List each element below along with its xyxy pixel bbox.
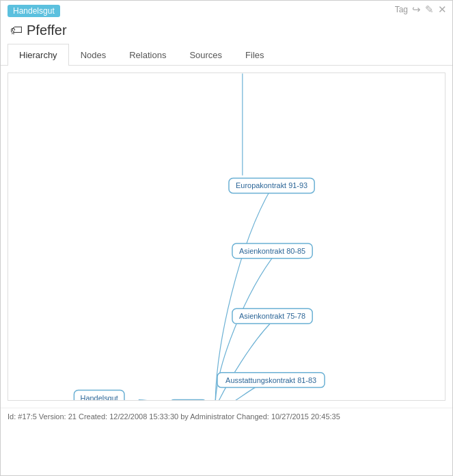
node-asien7578[interactable]: Asienkontrakt 75-78 [232, 308, 312, 323]
content-area: Handelsgut Pfeffer Europakontrakt 91-93 … [1, 66, 452, 408]
tab-bar: Hierarchy Nodes Relations Sources Files [1, 44, 452, 66]
tag-badge[interactable]: Handelsgut [8, 5, 60, 17]
tag-label: Tag [395, 5, 408, 14]
svg-text:Europakontrakt 91-93: Europakontrakt 91-93 [236, 181, 307, 189]
svg-text:Handelsgut: Handelsgut [81, 394, 118, 400]
share-icon[interactable]: ↪ [412, 3, 421, 16]
hierarchy-graph: Handelsgut Pfeffer Europakontrakt 91-93 … [8, 73, 445, 400]
tab-sources[interactable]: Sources [178, 44, 234, 66]
node-asien8085[interactable]: Asienkontrakt 80-85 [232, 243, 312, 259]
page-title-area: 🏷 Pfeffer [1, 18, 452, 44]
node-ausstat8183[interactable]: Ausstattungskontrakt 81-83 [217, 373, 325, 388]
close-icon[interactable]: ✕ [438, 3, 447, 16]
tab-relations[interactable]: Relations [118, 44, 178, 66]
tag-icon: 🏷 [10, 23, 23, 38]
node-euro9193[interactable]: Europakontrakt 91-93 [229, 178, 314, 194]
page-title: Pfeffer [27, 23, 67, 38]
edit-icon[interactable]: ✎ [425, 3, 434, 16]
toolbar: Handelsgut Tag ↪ ✎ ✕ [1, 1, 452, 18]
svg-text:Ausstattungskontrakt 81-83: Ausstattungskontrakt 81-83 [225, 376, 316, 384]
status-bar: Id: #17:5 Version: 21 Created: 12/22/200… [1, 408, 452, 425]
node-handelsgut[interactable]: Handelsgut [74, 391, 124, 400]
status-text: Id: #17:5 Version: 21 Created: 12/22/200… [8, 412, 340, 421]
tab-files[interactable]: Files [234, 44, 275, 66]
tab-nodes[interactable]: Nodes [69, 44, 118, 66]
tab-hierarchy[interactable]: Hierarchy [8, 44, 69, 66]
main-window: Handelsgut Tag ↪ ✎ ✕ 🏷 Pfeffer Hierarchy… [0, 0, 453, 476]
svg-text:Asienkontrakt 75-78: Asienkontrakt 75-78 [239, 312, 305, 320]
svg-text:Asienkontrakt 80-85: Asienkontrakt 80-85 [239, 247, 305, 255]
graph-container: Handelsgut Pfeffer Europakontrakt 91-93 … [8, 72, 445, 401]
edge-pfeffer-euro9193 [215, 187, 271, 400]
